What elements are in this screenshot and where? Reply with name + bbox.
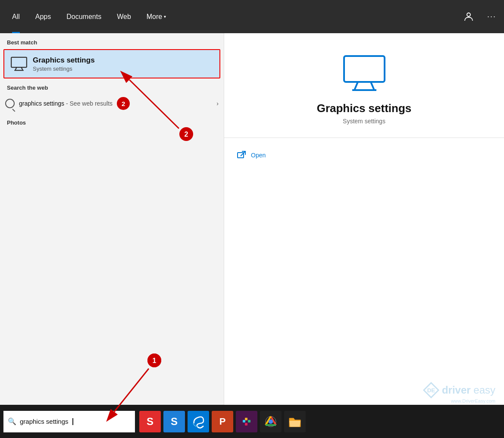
taskbar-search-value: graphics settings bbox=[20, 418, 69, 425]
tab-documents[interactable]: Documents bbox=[59, 0, 109, 33]
taskbar-search[interactable]: 🔍 graphics settings bbox=[3, 411, 135, 432]
chevron-right-icon: › bbox=[216, 100, 219, 107]
main-content: Best match Graphics settings System sett… bbox=[0, 33, 504, 438]
open-label: Open bbox=[251, 152, 266, 159]
tab-web[interactable]: Web bbox=[109, 0, 139, 33]
svg-rect-5 bbox=[344, 56, 385, 82]
right-panel-top: Graphics settings System settings bbox=[224, 33, 504, 138]
best-match-label: Best match bbox=[0, 33, 224, 49]
nav-right-icons: ··· bbox=[460, 10, 500, 23]
svg-line-7 bbox=[371, 82, 374, 90]
svg-rect-14 bbox=[248, 420, 250, 422]
taskbar-search-icon: 🔍 bbox=[8, 417, 16, 425]
taskbar-app-powerpoint[interactable]: P bbox=[212, 411, 233, 432]
svg-rect-16 bbox=[245, 423, 247, 425]
step-1-badge: 1 bbox=[147, 354, 161, 367]
best-match-title: Graphics settings bbox=[33, 56, 95, 65]
best-match-item[interactable]: Graphics settings System settings bbox=[3, 49, 220, 78]
taskbar: 🔍 graphics settings S S P bbox=[0, 405, 504, 438]
svg-rect-13 bbox=[243, 420, 245, 422]
taskbar-app-chrome[interactable] bbox=[260, 411, 282, 432]
tab-all[interactable]: All bbox=[4, 0, 28, 33]
search-icon bbox=[5, 99, 15, 108]
svg-text:DE: DE bbox=[427, 387, 435, 394]
taskbar-app-wps-sheet[interactable]: S bbox=[163, 411, 185, 432]
tab-more[interactable]: More ▾ bbox=[139, 0, 174, 33]
svg-rect-0 bbox=[467, 13, 470, 16]
svg-rect-1 bbox=[11, 57, 27, 67]
watermark: DE driver easy www.DriverEasy.com bbox=[423, 382, 495, 404]
svg-line-10 bbox=[241, 151, 245, 156]
open-icon bbox=[237, 151, 246, 160]
open-action[interactable]: Open bbox=[237, 147, 491, 164]
photos-label: Photos bbox=[0, 113, 224, 128]
taskbar-app-wps-writer[interactable]: S bbox=[139, 411, 161, 432]
best-match-subtitle: System settings bbox=[33, 66, 95, 72]
web-search-item[interactable]: graphics settings - See web results 2 › bbox=[0, 94, 224, 113]
left-panel: Best match Graphics settings System sett… bbox=[0, 33, 224, 438]
step-2-inline: 2 bbox=[117, 97, 130, 110]
tab-apps[interactable]: Apps bbox=[28, 0, 59, 33]
svg-rect-15 bbox=[245, 418, 247, 420]
chevron-down-icon: ▾ bbox=[164, 14, 166, 19]
right-panel: Graphics settings System settings Open bbox=[224, 33, 504, 438]
taskbar-apps: S S P bbox=[139, 411, 306, 432]
right-panel-subtitle: System settings bbox=[343, 118, 385, 125]
svg-line-6 bbox=[354, 82, 358, 90]
svg-point-19 bbox=[269, 419, 273, 424]
search-web-label: Search the web bbox=[0, 78, 224, 94]
monitor-icon-small bbox=[9, 54, 28, 73]
person-icon[interactable] bbox=[460, 10, 477, 23]
best-match-text: Graphics settings System settings bbox=[33, 56, 95, 72]
web-search-text: graphics settings - See web results bbox=[19, 100, 113, 107]
text-cursor bbox=[72, 418, 73, 425]
taskbar-app-files[interactable] bbox=[284, 411, 306, 432]
more-dots-icon[interactable]: ··· bbox=[484, 10, 500, 23]
right-panel-title: Graphics settings bbox=[317, 102, 412, 115]
taskbar-app-edge[interactable] bbox=[188, 411, 209, 432]
top-nav: All Apps Documents Web More ▾ ··· bbox=[0, 0, 504, 33]
taskbar-app-slack[interactable] bbox=[236, 411, 257, 432]
monitor-icon-large bbox=[343, 55, 386, 93]
right-panel-actions: Open bbox=[224, 138, 504, 172]
